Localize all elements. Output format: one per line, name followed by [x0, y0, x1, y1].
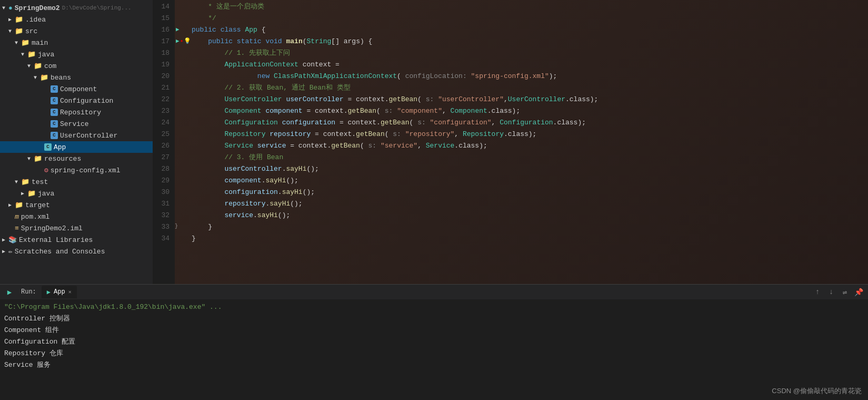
idea-label: .idea: [25, 16, 46, 24]
idea-folder-icon: 📁: [15, 15, 23, 24]
iml-label: SpringDemo2.iml: [21, 225, 83, 232]
sidebar-item-ext-libs[interactable]: ▶ 📚 External Libraries: [0, 234, 153, 246]
console-line-3: Configuration 配置: [4, 336, 864, 348]
usercontroller-class-icon: C: [51, 132, 58, 139]
ext-libs-arrow: ▶: [2, 237, 8, 243]
spring-config-icon: ⚙: [44, 166, 48, 174]
ext-libs-icon: 📚: [8, 236, 17, 244]
code-line-29: component . sayHi ();: [189, 175, 868, 187]
java-folder-icon: 📁: [27, 50, 36, 58]
project-path: D:\DevCode\Spring...: [62, 5, 132, 11]
repository-class-icon: C: [51, 109, 58, 116]
beans-label: beans: [51, 74, 71, 82]
java-test-label: java: [38, 190, 54, 198]
watermark-text: CSDN @偷偷敲代码的青花瓷: [772, 387, 862, 395]
java-test-folder-icon: 📁: [27, 189, 36, 198]
test-arrow: ▼: [15, 179, 21, 185]
code-line-31: repository . sayHi ();: [189, 198, 868, 210]
line17-breakpoint: ●: [181, 38, 183, 43]
console-line-0: "C:\Program Files\Java\jdk1.8.0_192\bin\…: [4, 301, 864, 313]
java-arrow: ▼: [21, 52, 27, 57]
sidebar-item-idea[interactable]: ▶ 📁 .idea: [0, 14, 153, 25]
code-line-30: configuration . sayHi ();: [189, 187, 868, 198]
code-line-34: }: [189, 233, 868, 245]
resources-folder-icon: 📁: [34, 154, 42, 163]
main-area: ▼ ● SpringDemo2 D:\DevCode\Spring... ▶ 📁…: [0, 0, 868, 284]
console-path-text: "C:\Program Files\Java\jdk1.8.0_192\bin\…: [4, 301, 222, 313]
sidebar-item-java-test[interactable]: ▶ 📁 java: [0, 188, 153, 199]
console-line-4: Repository 仓库: [4, 348, 864, 359]
gutter: ▶ ▶ ● 💡: [175, 0, 189, 284]
line16-run-arrow: ▶: [176, 26, 179, 33]
code-line-20: new ClassPathXmlApplicationContext ( con…: [189, 71, 868, 82]
pom-icon: m: [15, 213, 19, 221]
scroll-down-button[interactable]: ↓: [826, 287, 836, 297]
iml-icon: ≡: [15, 225, 19, 232]
ext-libs-label: External Libraries: [19, 236, 93, 244]
wrap-button[interactable]: ⇌: [840, 287, 850, 297]
sidebar-item-test[interactable]: ▼ 📁 test: [0, 176, 153, 188]
sidebar-project-header[interactable]: ▼ ● SpringDemo2 D:\DevCode\Spring...: [0, 2, 153, 14]
bottom-action-buttons: ▶: [4, 287, 15, 297]
code-line-14: * 这是一个启动类: [189, 1, 868, 13]
code-line-22: UserController userController = context.…: [189, 94, 868, 105]
java-test-arrow: ▶: [21, 190, 27, 197]
component-label: Component: [60, 85, 97, 93]
sidebar-item-iml[interactable]: ▶ ≡ SpringDemo2.iml: [0, 222, 153, 234]
pom-label: pom.xml: [21, 213, 50, 221]
sidebar-item-java[interactable]: ▼ 📁 java: [0, 48, 153, 60]
code-line-33: }: [189, 221, 868, 233]
main-arrow: ▼: [15, 40, 21, 46]
console-line-2: Component 组件: [4, 325, 864, 336]
line33-brace-indicator: }: [175, 223, 178, 229]
component-class-icon: C: [51, 85, 58, 93]
service-class-icon: C: [51, 120, 58, 128]
com-label: com: [44, 62, 56, 70]
sidebar-item-scratches[interactable]: ▶ ✏ Scratches and Consoles: [0, 246, 153, 257]
sidebar: ▼ ● SpringDemo2 D:\DevCode\Spring... ▶ 📁…: [0, 0, 153, 284]
code-line-16: public class App {: [189, 24, 868, 36]
sidebar-item-target[interactable]: ▶ 📁 target: [0, 199, 153, 211]
sidebar-item-pom[interactable]: ▶ m pom.xml: [0, 211, 153, 222]
src-arrow: ▼: [8, 28, 15, 34]
tab-app[interactable]: ▶ App ✕: [42, 286, 77, 298]
src-label: src: [25, 27, 37, 35]
sidebar-item-resources[interactable]: ▼ 📁 resources: [0, 153, 153, 164]
code-line-17: public static void main ( String [] args…: [189, 36, 868, 47]
console-line-1: Controller 控制器: [4, 313, 864, 325]
bottom-tabs: ▶ Run: ▶ App ✕ ↑ ↓ ⇌ 📌: [0, 285, 868, 299]
sidebar-item-repository[interactable]: ▶ C Repository: [0, 106, 153, 118]
target-folder-icon: 📁: [15, 201, 23, 209]
sidebar-item-configuration[interactable]: ▶ C Configuration: [0, 95, 153, 106]
code-editor[interactable]: 14 15 16 17 18 19 20 21 22 23 24 25 26 2…: [153, 0, 868, 284]
code-line-21: // 2. 获取 Bean, 通过 Bean和 类型: [189, 82, 868, 94]
code-line-24: Configuration configuration = context. g…: [189, 117, 868, 129]
sidebar-item-app[interactable]: ▶ C App: [0, 141, 153, 153]
line17-run-arrow: ▶: [176, 37, 179, 44]
com-folder-icon: 📁: [34, 62, 42, 70]
resources-arrow: ▼: [27, 156, 34, 162]
resources-label: resources: [44, 155, 81, 163]
project-name: SpringDemo2: [15, 4, 60, 12]
app-class-icon: C: [44, 143, 52, 151]
scratches-icon: ✏: [8, 247, 13, 256]
pin-button[interactable]: 📌: [853, 287, 864, 297]
project-icon: ●: [8, 4, 13, 12]
run-button[interactable]: ▶: [4, 287, 15, 297]
sidebar-item-service[interactable]: ▶ C Service: [0, 118, 153, 130]
sidebar-item-component[interactable]: ▶ C Component: [0, 83, 153, 95]
configuration-class-icon: C: [51, 97, 58, 104]
test-folder-icon: 📁: [21, 178, 29, 186]
beans-folder-icon: 📁: [40, 73, 48, 82]
line-numbers: 14 15 16 17 18 19 20 21 22 23 24 25 26 2…: [153, 0, 175, 284]
scroll-up-button[interactable]: ↑: [812, 287, 823, 297]
sidebar-item-com[interactable]: ▼ 📁 com: [0, 60, 153, 72]
sidebar-item-main[interactable]: ▼ 📁 main: [0, 37, 153, 48]
app-label: App: [54, 143, 66, 151]
sidebar-item-spring-config[interactable]: ▶ ⚙ spring-config.xml: [0, 164, 153, 176]
sidebar-item-src[interactable]: ▼ 📁 src: [0, 25, 153, 37]
tab-close-button[interactable]: ✕: [68, 289, 72, 295]
sidebar-item-usercontroller[interactable]: ▶ C UserController: [0, 130, 153, 141]
scratches-label: Scratches and Consoles: [15, 248, 105, 256]
sidebar-item-beans[interactable]: ▼ 📁 beans: [0, 72, 153, 83]
